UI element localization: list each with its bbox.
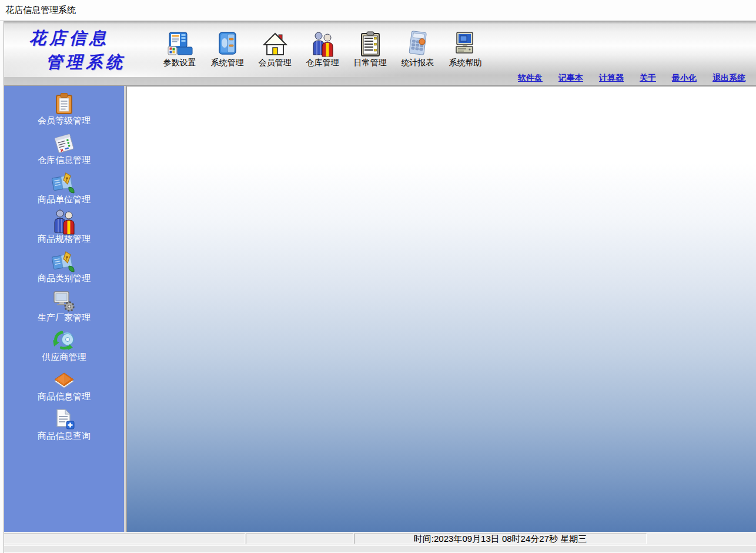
sidebar-item-supplier[interactable]: 供应商管理	[4, 329, 124, 368]
toolbar-item-warehouse-mgmt[interactable]: 仓库管理	[302, 29, 343, 68]
people-icon	[52, 211, 76, 232]
status-time-text: 时间:2023年09月13日 08时24分27秒 星期三	[414, 534, 587, 545]
sidebar-item-label: 会员等级管理	[38, 115, 91, 126]
sidebar-item-product-info[interactable]: 商品信息管理	[4, 368, 124, 408]
sidebar-item-product-unit[interactable]: 商品单位管理	[4, 171, 124, 211]
background-window-edge	[0, 21, 4, 553]
doc-plus-icon	[52, 408, 76, 429]
logo-line1: 花店信息	[29, 27, 126, 49]
quick-links-bar: 软件盘记事本计算器关于最小化退出系统	[0, 72, 756, 84]
toolbar-item-system-help[interactable]: 系统帮助	[445, 29, 486, 68]
sidebar-item-label: 商品单位管理	[38, 194, 91, 205]
settings-computer-icon	[166, 29, 193, 57]
clipboard-icon	[53, 92, 75, 114]
sidebar-item-product-query[interactable]: 商品信息查询	[4, 408, 124, 447]
book-pen-icon	[51, 171, 77, 193]
people-icon	[310, 29, 335, 57]
recycle-cd-icon	[52, 329, 76, 351]
title-bar: 花店信息管理系统	[0, 0, 756, 21]
sidebar-item-label: 供应商管理	[42, 352, 86, 363]
app-window: 花店信息管理系统 花店信息 管理系统 参数设置系统管理会员管理仓库管理日常管理统…	[0, 0, 756, 553]
app-logo: 花店信息 管理系统	[29, 27, 126, 74]
cabinet-icon	[215, 29, 240, 57]
quick-link-item-minimize[interactable]: 最小化	[672, 73, 697, 84]
toolbar-item-member-mgmt[interactable]: 会员管理	[255, 29, 295, 68]
header: 花店信息 管理系统 参数设置系统管理会员管理仓库管理日常管理统计报表系统帮助 软…	[0, 21, 756, 86]
window-title: 花店信息管理系统	[5, 5, 76, 16]
status-panel-2	[246, 534, 353, 544]
toolbar: 参数设置系统管理会员管理仓库管理日常管理统计报表系统帮助	[159, 29, 486, 68]
status-bar: 时间:2023年09月13日 08时24分27秒 星期三	[0, 532, 756, 545]
sidebar: 会员等级管理仓库信息管理商品单位管理商品规格管理商品类别管理生产厂家管理供应商管…	[4, 86, 124, 532]
sidebar-item-label: 仓库信息管理	[38, 155, 91, 166]
logo-line2: 管理系统	[46, 51, 126, 74]
toolbar-item-param-settings[interactable]: 参数设置	[159, 29, 200, 68]
sidebar-item-label: 商品信息查询	[38, 431, 91, 442]
toolbar-item-system-mgmt[interactable]: 系统管理	[207, 29, 247, 68]
sidebar-item-label: 生产厂家管理	[38, 312, 91, 324]
sidebar-item-manufacturer[interactable]: 生产厂家管理	[4, 289, 124, 329]
sidebar-item-label: 商品信息管理	[38, 391, 91, 402]
sidebar-item-member-level[interactable]: 会员等级管理	[4, 92, 124, 132]
quick-link-item-calculator[interactable]: 计算器	[599, 73, 624, 84]
toolbar-item-label: 日常管理	[354, 58, 387, 68]
window-bottom-strip	[0, 545, 756, 552]
sidebar-item-label: 商品类别管理	[38, 273, 91, 284]
house-icon	[262, 29, 288, 57]
monitor-gear-icon	[52, 289, 76, 311]
quick-link-item-soft-keyboard[interactable]: 软件盘	[518, 73, 543, 84]
calculator-icon	[405, 29, 431, 57]
body: 会员等级管理仓库信息管理商品单位管理商品规格管理商品类别管理生产厂家管理供应商管…	[0, 86, 756, 532]
toolbar-item-label: 系统帮助	[449, 58, 482, 68]
status-panel-time: 时间:2023年09月13日 08时24分27秒 星期三	[354, 534, 647, 544]
toolbar-item-label: 仓库管理	[306, 58, 339, 68]
sidebar-item-product-spec[interactable]: 商品规格管理	[4, 211, 124, 250]
toolbar-item-stats-report[interactable]: 统计报表	[397, 29, 438, 68]
toolbar-item-label: 参数设置	[163, 58, 196, 68]
status-panel-1	[2, 534, 245, 544]
toolbar-item-label: 统计报表	[402, 58, 434, 68]
quick-link-item-about[interactable]: 关于	[640, 73, 656, 84]
main-content-area	[126, 86, 756, 532]
orange-book-icon	[52, 368, 76, 390]
sidebar-item-product-category[interactable]: 商品类别管理	[4, 250, 124, 289]
note-icon	[52, 132, 76, 154]
toolbar-item-label: 会员管理	[259, 58, 292, 68]
book-pen-icon	[51, 250, 77, 272]
sidebar-item-warehouse-info[interactable]: 仓库信息管理	[4, 132, 124, 171]
sidebar-item-label: 商品规格管理	[38, 234, 91, 245]
toolbar-item-label: 系统管理	[211, 58, 244, 68]
clipboard-list-icon	[358, 29, 383, 57]
quick-link-item-notepad[interactable]: 记事本	[558, 73, 583, 84]
quick-link-item-exit-system[interactable]: 退出系统	[712, 73, 745, 84]
toolbar-item-daily-mgmt[interactable]: 日常管理	[350, 29, 390, 68]
computer-icon	[453, 29, 479, 57]
